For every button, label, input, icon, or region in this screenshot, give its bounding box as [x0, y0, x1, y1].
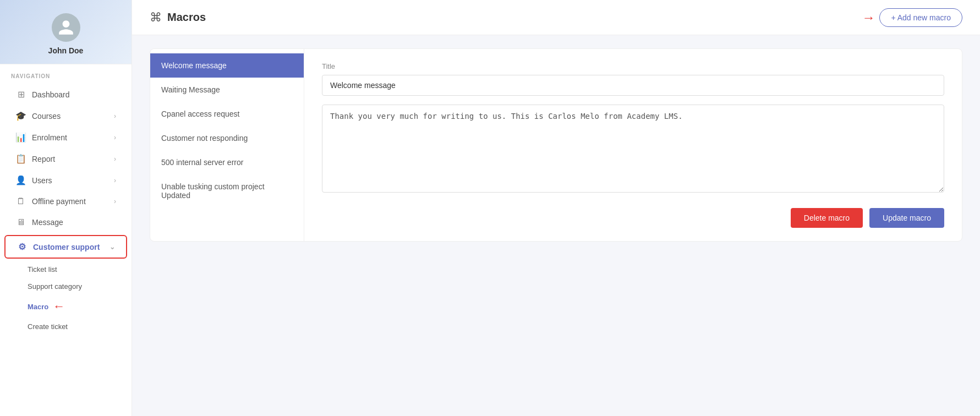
content-area: Welcome message Waiting Message Cpanel a…: [132, 35, 980, 416]
avatar: [52, 13, 80, 42]
subitem-label: Create ticket: [28, 322, 68, 331]
subitem-label: Support category: [28, 282, 82, 291]
message-icon: 🖥: [15, 217, 26, 227]
body-textarea[interactable]: [322, 105, 944, 193]
sidebar-item-label: Customer support: [33, 243, 100, 251]
sidebar-item-label: Users: [32, 176, 52, 185]
sidebar-item-label: Offline payment: [32, 197, 86, 206]
users-icon: 👤: [15, 175, 26, 185]
profile-name: John Doe: [48, 46, 84, 55]
chevron-right-icon: ›: [114, 112, 116, 120]
profile-section: John Doe: [0, 0, 132, 64]
command-icon: ⌘: [150, 10, 162, 25]
macros-panel: Welcome message Waiting Message Cpanel a…: [150, 48, 962, 242]
chevron-down-icon: ⌄: [110, 243, 115, 251]
macro-list-item[interactable]: Cpanel access request: [150, 102, 304, 126]
customer-support-section: ⚙ Customer support ⌄: [4, 235, 127, 259]
main-header: ⌘ Macros → + Add new macro: [132, 0, 980, 35]
header-arrow-indicator: →: [862, 10, 875, 25]
sidebar-item-label: Message: [32, 218, 63, 227]
macro-list-item[interactable]: Welcome message: [150, 53, 304, 78]
main-content: ⌘ Macros → + Add new macro Welcome messa…: [132, 0, 980, 416]
macro-list-item[interactable]: Unable tusking custom project Updated: [150, 174, 304, 207]
sidebar: John Doe NAVIGATION ⊞ Dashboard 🎓 Course…: [0, 0, 132, 416]
subitem-label: Ticket list: [28, 265, 57, 273]
sidebar-item-label: Dashboard: [32, 90, 70, 99]
chevron-right-icon: ›: [114, 198, 116, 205]
subitem-label: Macro: [28, 303, 48, 311]
enrolment-icon: 📊: [15, 132, 26, 143]
report-icon: 📋: [15, 154, 26, 164]
page-title: Macros: [167, 11, 206, 24]
macro-list: Welcome message Waiting Message Cpanel a…: [150, 49, 304, 241]
sidebar-subitem-support-category[interactable]: Support category: [0, 278, 132, 295]
macro-list-item[interactable]: 500 internal server error: [150, 150, 304, 174]
dashboard-icon: ⊞: [15, 89, 26, 100]
offline-payment-icon: 🗒: [15, 196, 26, 206]
title-input[interactable]: [322, 75, 944, 96]
sidebar-subitem-create-ticket[interactable]: Create ticket: [0, 318, 132, 335]
macro-detail-panel: Title Delete macro Update macro: [304, 49, 962, 241]
sidebar-subitem-ticket-list[interactable]: Ticket list: [0, 261, 132, 278]
update-macro-button[interactable]: Update macro: [869, 208, 944, 228]
sidebar-item-message[interactable]: 🖥 Message: [4, 212, 127, 233]
header-actions: → + Add new macro: [862, 8, 962, 27]
sidebar-item-offline-payment[interactable]: 🗒 Offline payment ›: [4, 191, 127, 212]
red-arrow-indicator: ←: [53, 299, 65, 314]
chevron-right-icon: ›: [114, 155, 116, 163]
sidebar-item-report[interactable]: 📋 Report ›: [4, 148, 127, 169]
gear-icon: ⚙: [17, 242, 28, 252]
sidebar-item-label: Enrolment: [32, 133, 67, 142]
sidebar-item-enrolment[interactable]: 📊 Enrolment ›: [4, 127, 127, 148]
chevron-right-icon: ›: [114, 134, 116, 141]
macro-list-item[interactable]: Customer not responding: [150, 126, 304, 150]
title-field-label: Title: [322, 62, 944, 70]
sidebar-item-dashboard[interactable]: ⊞ Dashboard: [4, 84, 127, 105]
delete-macro-button[interactable]: Delete macro: [791, 208, 863, 228]
sidebar-item-label: Report: [32, 155, 55, 163]
nav-section-label: NAVIGATION: [0, 64, 132, 84]
courses-icon: 🎓: [15, 111, 26, 121]
macro-list-item[interactable]: Waiting Message: [150, 78, 304, 102]
sidebar-subitem-macro[interactable]: Macro ←: [0, 295, 132, 318]
macro-actions: Delete macro Update macro: [322, 208, 944, 228]
sidebar-item-users[interactable]: 👤 Users ›: [4, 169, 127, 191]
add-new-macro-button[interactable]: + Add new macro: [879, 8, 962, 27]
sidebar-item-customer-support[interactable]: ⚙ Customer support ⌄: [6, 236, 126, 258]
page-title-area: ⌘ Macros: [150, 10, 206, 25]
sidebar-item-label: Courses: [32, 112, 61, 121]
sidebar-item-courses[interactable]: 🎓 Courses ›: [4, 105, 127, 127]
chevron-right-icon: ›: [114, 177, 116, 184]
